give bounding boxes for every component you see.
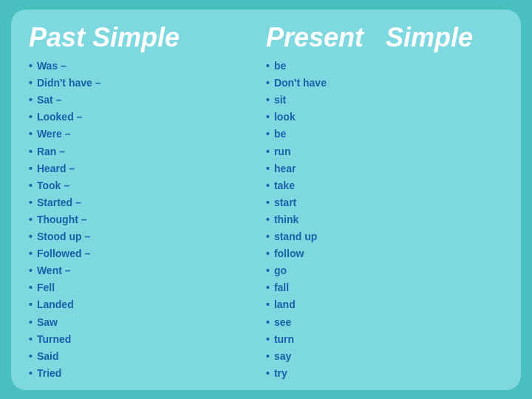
present-title-part1: Present [266,22,364,52]
list-item: say [266,348,503,365]
list-item: Said [29,348,266,365]
list-item: stand up [266,228,503,245]
list-item: look [266,109,503,126]
list-item: Thought – [29,211,266,228]
past-simple-column: Past Simple Was –Didn't have –Sat –Looke… [29,23,266,377]
list-item: Heard – [29,160,266,177]
present-simple-column: Present Simple beDon't havesitlookberunh… [266,23,503,377]
past-simple-title: Past Simple [29,23,266,52]
list-item: Don't have [266,75,503,92]
list-item: Stood up – [29,228,266,245]
list-item: Tried [29,365,266,382]
list-item: Didn't have – [29,75,266,92]
list-item: run [266,143,503,160]
present-simple-title: Present Simple [266,23,503,52]
list-item: turn [266,331,503,348]
present-simple-list: beDon't havesitlookberunheartakestartthi… [266,58,503,382]
list-item: see [266,314,503,331]
list-item: Ran – [29,143,266,160]
list-item: Sat – [29,92,266,109]
list-item: be [266,126,503,143]
list-item: Followed – [29,245,266,262]
list-item: Were – [29,126,266,143]
list-item: Started – [29,194,266,211]
list-item: go [266,262,503,279]
list-item: be [266,58,503,75]
list-item: fall [266,279,503,296]
list-item: take [266,177,503,194]
list-item: sit [266,92,503,109]
list-item: Was – [29,58,266,75]
list-item: Took – [29,177,266,194]
main-card: Past Simple Was –Didn't have –Sat –Looke… [11,10,521,390]
list-item: Went – [29,262,266,279]
list-item: start [266,194,503,211]
list-item: Fell [29,279,266,296]
present-title-part2: Simple [386,22,473,52]
list-item: hear [266,160,503,177]
list-item: Landed [29,296,266,313]
list-item: Turned [29,331,266,348]
list-item: land [266,296,503,313]
past-simple-list: Was –Didn't have –Sat –Looked –Were –Ran… [29,58,266,382]
list-item: follow [266,245,503,262]
list-item: Looked – [29,109,266,126]
list-item: try [266,365,503,382]
list-item: Saw [29,314,266,331]
list-item: think [266,211,503,228]
